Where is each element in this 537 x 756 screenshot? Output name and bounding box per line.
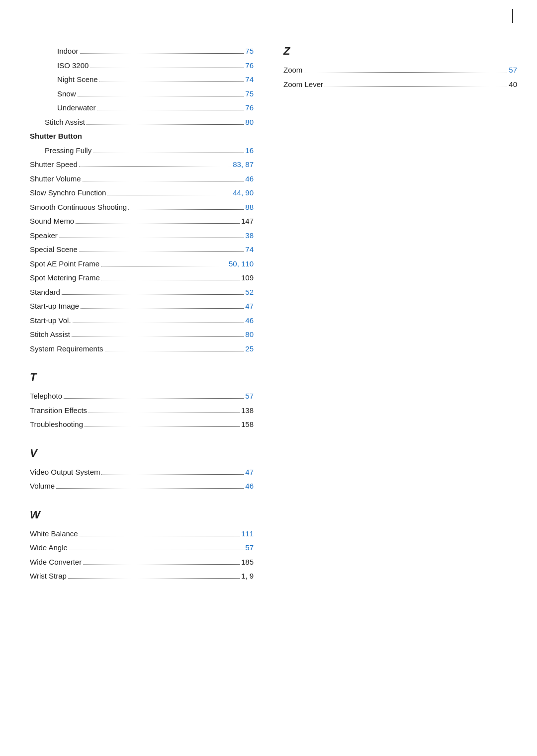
entry-page[interactable]: 52 <box>245 286 254 299</box>
index-entry: Sound Memo147 <box>30 215 254 228</box>
entry-page[interactable]: 109 <box>241 271 254 284</box>
entry-dots <box>69 550 244 550</box>
index-entry: Transition Effects138 <box>30 404 254 417</box>
entry-page[interactable]: 74 <box>245 243 254 256</box>
entry-page[interactable]: 40 <box>509 78 517 91</box>
entry-dots <box>93 153 244 153</box>
index-entry: Snow75 <box>30 87 254 100</box>
entry-page[interactable]: 16 <box>245 144 254 157</box>
entry-page[interactable]: 88 <box>245 201 254 214</box>
entry-label: Sound Memo <box>30 215 74 228</box>
entry-dots <box>90 68 244 68</box>
entry-dots <box>325 86 507 87</box>
entry-page[interactable]: 47 <box>245 466 254 479</box>
index-entry: Speaker38 <box>30 229 254 242</box>
section-header-t: T <box>30 371 254 384</box>
entry-page[interactable]: 75 <box>245 45 254 58</box>
entry-page[interactable]: 46 <box>245 314 254 327</box>
entry-label: Troubleshooting <box>30 418 83 431</box>
entry-dots <box>80 53 244 54</box>
entry-label: Special Scene <box>30 243 78 256</box>
entry-dots <box>89 413 240 413</box>
entry-label: Transition Effects <box>30 404 87 417</box>
index-entry: Stitch Assist80 <box>30 116 254 129</box>
index-entry: Telephoto57 <box>30 390 254 403</box>
entry-label: Stitch Assist <box>30 328 70 341</box>
entry-page[interactable]: 76 <box>245 101 254 114</box>
index-entry: Wide Converter185 <box>30 556 254 569</box>
entry-page[interactable]: 111 <box>241 527 254 540</box>
entry-label: Wrist Strap <box>30 570 67 583</box>
entry-page[interactable]: 80 <box>245 328 254 341</box>
right-column: ZZoom57Zoom Lever40 <box>268 15 537 741</box>
entry-dots <box>59 238 244 238</box>
entry-dots <box>99 82 244 82</box>
entry-page[interactable]: 46 <box>245 172 254 185</box>
entry-page[interactable]: 75 <box>245 87 254 100</box>
index-entry: Slow Synchro Function44, 90 <box>30 186 254 199</box>
entry-label: Zoom Lever <box>283 78 323 91</box>
index-entry: Start-up Image47 <box>30 300 254 313</box>
entry-label: White Balance <box>30 527 78 540</box>
entry-page[interactable]: 38 <box>245 229 254 242</box>
entry-label: Slow Synchro Function <box>30 186 106 199</box>
entry-dots <box>101 266 227 266</box>
index-entry: Zoom57 <box>283 64 517 77</box>
entry-label: Wide Converter <box>30 556 82 569</box>
entry-page[interactable]: 76 <box>245 59 254 72</box>
index-entry: White Balance111 <box>30 527 254 540</box>
entry-page[interactable]: 57 <box>245 541 254 554</box>
entry-dots <box>79 252 244 252</box>
header-bar <box>268 0 537 23</box>
entry-label: ISO 3200 <box>57 59 89 72</box>
header-divider <box>512 9 513 23</box>
entry-label: Start-up Vol. <box>30 314 71 327</box>
entry-dots <box>85 426 240 427</box>
index-entry: Zoom Lever40 <box>283 78 517 91</box>
entry-page[interactable]: 44, 90 <box>233 186 254 199</box>
entry-label: Wide Angle <box>30 541 68 554</box>
entry-dots <box>128 209 244 210</box>
entry-label: Start-up Image <box>30 300 79 313</box>
index-entry: Pressing Fully16 <box>30 144 254 157</box>
entry-page[interactable]: 74 <box>245 73 254 86</box>
index-entry: Special Scene74 <box>30 243 254 256</box>
entry-dots <box>83 181 244 181</box>
entry-label: Telephoto <box>30 390 62 403</box>
entry-page[interactable]: 46 <box>245 480 254 493</box>
entry-page[interactable]: 47 <box>245 300 254 313</box>
index-entry: Start-up Vol.46 <box>30 314 254 327</box>
entry-page[interactable]: 83, 87 <box>233 158 254 171</box>
entry-page[interactable]: 80 <box>245 116 254 129</box>
index-entry: Shutter Volume46 <box>30 172 254 185</box>
entry-page[interactable]: 158 <box>241 418 254 431</box>
entry-page[interactable]: 57 <box>245 390 254 403</box>
section-header-z: Z <box>283 45 517 58</box>
entry-page[interactable]: 138 <box>241 404 254 417</box>
entry-label: Pressing Fully <box>45 144 91 157</box>
entry-page[interactable]: 147 <box>241 215 254 228</box>
entry-page[interactable]: 57 <box>509 64 517 77</box>
entry-dots <box>64 398 244 399</box>
s-section-top-entries: Indoor75ISO 320076Night Scene74Snow75Und… <box>30 45 254 355</box>
entry-page[interactable]: 50, 110 <box>229 257 254 270</box>
index-entry: Spot Metering Frame109 <box>30 271 254 284</box>
index-entry: System Requirements25 <box>30 342 254 355</box>
index-entry: Video Output System47 <box>30 466 254 479</box>
entry-page[interactable]: 1, 9 <box>241 570 254 583</box>
entry-label: Volume <box>30 480 55 493</box>
entry-label: Speaker <box>30 229 58 242</box>
entry-page[interactable]: 185 <box>241 556 254 569</box>
entry-label: Zoom <box>283 64 302 77</box>
section-header-v: V <box>30 447 254 460</box>
entry-label: Video Output System <box>30 466 100 479</box>
index-entry: ISO 320076 <box>30 59 254 72</box>
entry-dots <box>105 351 244 351</box>
entry-dots <box>78 96 244 96</box>
index-entry: Shutter Button <box>30 130 254 143</box>
entry-label: Shutter Button <box>30 130 82 143</box>
entry-dots <box>81 308 244 309</box>
left-column: Indoor75ISO 320076Night Scene74Snow75Und… <box>0 15 268 741</box>
entry-page[interactable]: 25 <box>245 342 254 355</box>
index-entry: Wrist Strap1, 9 <box>30 570 254 583</box>
